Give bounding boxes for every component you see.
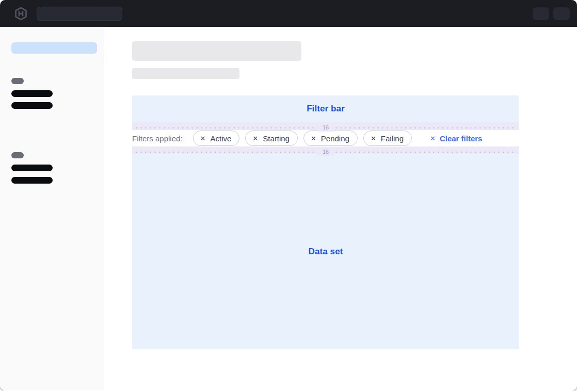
page-title-placeholder xyxy=(132,41,301,61)
remove-filter-icon[interactable]: ✕ xyxy=(252,135,258,142)
sidebar-section-label-placeholder-1 xyxy=(11,78,24,84)
filter-pill-label: Failing xyxy=(381,134,404,143)
page-subtitle-placeholder xyxy=(132,68,239,79)
spacing-annotation-16-top: 16 xyxy=(132,122,519,130)
remove-filter-icon[interactable]: ✕ xyxy=(371,135,376,142)
topbar-action-placeholder-2[interactable] xyxy=(553,7,570,20)
topbar-action-placeholder-1[interactable] xyxy=(533,7,549,20)
hashicorp-logo-icon xyxy=(14,7,27,21)
filter-pill-pending[interactable]: ✕ Pending xyxy=(303,130,358,146)
sidebar-section-label-placeholder-2 xyxy=(11,152,24,158)
clear-filters-label: Clear filters xyxy=(440,134,483,143)
remove-filter-icon[interactable]: ✕ xyxy=(200,135,206,142)
remove-filter-icon[interactable]: ✕ xyxy=(311,135,316,142)
data-set-region: Data set xyxy=(132,154,519,349)
clear-filters-button[interactable]: ✕ Clear filters xyxy=(430,134,482,143)
sidebar xyxy=(0,27,104,390)
filters-applied-row: Filters applied: ✕ Active ✕ Starting ✕ P… xyxy=(132,130,519,146)
filter-pill-starting[interactable]: ✕ Starting xyxy=(245,130,298,146)
top-navigation-bar xyxy=(0,0,577,27)
main-content: Filter bar 16 Filters applied: ✕ Active … xyxy=(104,27,577,390)
spacing-annotation-16-bottom: 16 xyxy=(132,146,519,154)
filter-bar-region: Filter bar xyxy=(132,95,519,122)
sidebar-nav-item-placeholder-3[interactable] xyxy=(11,165,53,171)
filter-pill-label: Starting xyxy=(263,134,290,143)
clear-filters-icon[interactable]: ✕ xyxy=(430,135,436,142)
filter-bar-region-label: Filter bar xyxy=(307,104,345,114)
spacing-value-label: 16 xyxy=(317,148,334,156)
search-input-placeholder[interactable] xyxy=(37,7,122,21)
filters-applied-label: Filters applied: xyxy=(132,134,183,143)
app-window: Filter bar 16 Filters applied: ✕ Active … xyxy=(0,0,577,390)
sidebar-nav-item-placeholder-4[interactable] xyxy=(11,177,53,184)
sidebar-nav-item-placeholder-1[interactable] xyxy=(11,90,53,97)
app-body: Filter bar 16 Filters applied: ✕ Active … xyxy=(0,27,577,390)
filter-pill-label: Active xyxy=(210,134,231,143)
filter-pill-label: Pending xyxy=(321,134,349,143)
sidebar-active-item-placeholder[interactable] xyxy=(11,42,97,54)
spacing-value-label: 16 xyxy=(317,124,334,132)
filter-pill-active[interactable]: ✕ Active xyxy=(193,130,240,146)
sidebar-nav-item-placeholder-2[interactable] xyxy=(11,102,53,109)
filter-pill-failing[interactable]: ✕ Failing xyxy=(363,130,412,146)
data-set-region-label: Data set xyxy=(309,247,343,257)
